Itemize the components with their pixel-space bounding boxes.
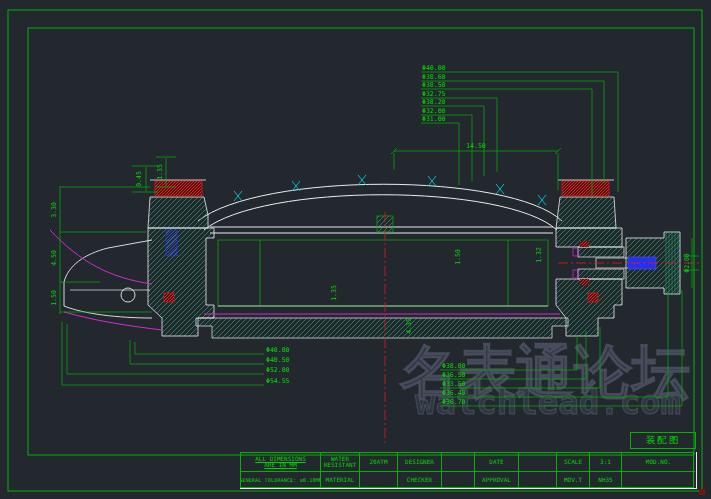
dimensions-note-line2: ARE IN MM	[264, 462, 297, 468]
designer-value-cell	[441, 453, 474, 471]
dim-label: Φ52.00	[266, 366, 290, 374]
dim-label: Φ36.50	[442, 371, 466, 379]
scale-cell: SCALE	[556, 453, 589, 471]
bezel-gasket-left	[155, 181, 202, 196]
dim-crown-stem: Φ2.00	[683, 253, 691, 273]
dim-label: 4.35	[405, 318, 413, 334]
dim-label: Φ40.00	[266, 346, 290, 354]
tolerance-note: (GENERAL TOLERANCE: ±0.10MM)	[241, 478, 320, 484]
dim-label: Φ38.20	[422, 98, 446, 106]
glass-hatch-marks	[234, 175, 546, 205]
bezel-right	[556, 180, 616, 228]
date-label: DATE	[489, 459, 503, 465]
modno-value-cell	[621, 471, 695, 489]
checker-value-cell	[441, 471, 474, 489]
titleblock-white-edge-bottom	[240, 488, 697, 489]
approval-label: APPROVAL	[482, 477, 511, 483]
scale-value: 3:1	[600, 459, 611, 465]
material-value-cell	[359, 471, 397, 489]
titleblock-white-edge-right	[696, 452, 697, 489]
designer-cell: DESIGNER	[397, 453, 441, 471]
dim-label: 3.30	[50, 202, 58, 218]
movt-value-cell: NH35	[589, 471, 621, 489]
crown-tube-lower	[578, 269, 624, 279]
dim-label: Φ38.00	[442, 362, 466, 370]
date-value-cell	[518, 453, 556, 471]
water-label-line2: RESISTANT	[324, 462, 357, 468]
movement	[218, 216, 548, 306]
tube-gasket-upper	[580, 241, 589, 247]
corner-red-mark	[699, 489, 705, 495]
dimensions-note-cell: ALL DIMENSIONS ARE IN MM	[241, 453, 320, 471]
atm-cell: 20ATM	[359, 453, 397, 471]
crown-tube-upper	[578, 247, 624, 257]
case-back	[196, 314, 568, 338]
dim-top-width: 14.50	[466, 142, 486, 150]
scale-value-cell: 3:1	[589, 453, 621, 471]
approval-value-cell	[518, 471, 556, 489]
dim-label: Φ32.75	[422, 90, 446, 98]
dim-label: Φ36.70	[442, 398, 466, 406]
dim-label: 4.50	[50, 250, 58, 266]
dim-label: 1.50	[50, 290, 58, 306]
assembly-drawing: 名表通论坛 watchlead.com	[0, 0, 711, 499]
tolerance-note-cell: (GENERAL TOLERANCE: ±0.10MM)	[241, 471, 320, 489]
water-resistant-cell: WATER RESISTANT	[320, 453, 359, 471]
modno-label: MOD.NO.	[646, 459, 671, 465]
dim-label: 0.45	[135, 171, 143, 187]
dim-label: Φ54.55	[266, 377, 290, 385]
checker-label: CHECKER	[407, 477, 432, 483]
dim-label: 1.35	[156, 164, 164, 180]
title-block: ALL DIMENSIONS ARE IN MM WATER RESISTANT…	[240, 452, 694, 488]
drawing-type-tag: 装配图	[630, 432, 696, 449]
approval-cell: APPROVAL	[474, 471, 518, 489]
drawing-type-label: 装配图	[646, 434, 681, 447]
dim-label: 1.32	[535, 247, 543, 263]
dim-label: 1.35	[330, 285, 338, 301]
dim-label: 1.50	[454, 249, 462, 265]
case-seal-blue-left	[166, 230, 177, 256]
dim-label: Φ32.00	[422, 107, 446, 115]
caseback-gasket-left	[164, 293, 174, 302]
cad-drawing-canvas[interactable]: 名表通论坛 watchlead.com	[0, 0, 711, 499]
dim-label: Φ36.40	[442, 389, 466, 397]
movt-value: NH35	[598, 477, 612, 483]
material-cell: MATERIAL	[320, 471, 359, 489]
lug-left	[50, 230, 162, 330]
date-cell: DATE	[474, 453, 518, 471]
modno-cell: MOD.NO.	[621, 453, 695, 471]
movt-cell: MOV.T	[556, 471, 589, 489]
dim-label: Φ33.50	[442, 380, 466, 388]
scale-label: SCALE	[564, 459, 582, 465]
dim-label: Φ31.00	[422, 115, 446, 123]
dim-label: Φ38.60	[422, 73, 446, 81]
dim-label: Φ38.50	[422, 81, 446, 89]
material-label: MATERIAL	[326, 477, 355, 483]
bezel-gasket-right	[562, 181, 609, 196]
dim-label: Φ40.00	[422, 64, 446, 72]
dim-label: Φ40.50	[266, 356, 290, 364]
checker-cell: CHECKER	[397, 471, 441, 489]
water-rating-value: 20ATM	[369, 459, 387, 465]
tube-gasket-lower	[580, 279, 589, 285]
movt-label: MOV.T	[564, 477, 582, 483]
designer-label: DESIGNER	[405, 459, 434, 465]
caseback-gasket-right	[588, 293, 598, 302]
